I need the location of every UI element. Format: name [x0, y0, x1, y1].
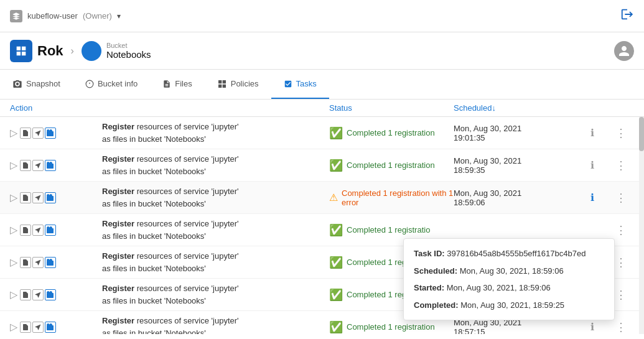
play-button[interactable]: ▷	[10, 256, 17, 268]
tooltip-scheduled-value: Mon, Aug 30, 2021, 18:59:06	[460, 266, 564, 276]
row-action-cell: ▷	[10, 256, 97, 268]
status-warn-icon: ⚠	[329, 192, 338, 203]
tabs-bar: Snapshot Bucket info Files Policies Task…	[0, 70, 644, 100]
flow-icon	[32, 192, 44, 203]
bucket-info-text: Bucket Notebooks	[106, 42, 151, 60]
table-row: ▷ Register resources of service 'jupyter…	[0, 149, 644, 182]
tooltip-scheduled-row: Scheduled: Mon, Aug 30, 2021, 18:59:06	[414, 265, 604, 277]
header-avatar	[614, 41, 634, 61]
top-bar: kubeflow-user (Owner) ▾	[0, 0, 644, 32]
table-body: ▷ Register resources of service 'jupyter…	[0, 117, 644, 334]
box-icon	[45, 128, 56, 139]
breadcrumb-separator: ›	[71, 45, 74, 57]
doc-icon	[20, 160, 31, 171]
play-button[interactable]: ▷	[10, 192, 17, 203]
box-icon	[45, 160, 56, 171]
flow-icon	[32, 128, 44, 139]
rok-icon	[10, 40, 32, 62]
tooltip-completed-row: Completed: Mon, Aug 30, 2021, 18:59:25	[414, 299, 604, 312]
flow-icon	[32, 322, 44, 333]
icon-group	[20, 225, 56, 236]
scrollbar-track[interactable]	[639, 117, 644, 334]
tooltip-started-row: Started: Mon, Aug 30, 2021, 18:59:06	[414, 282, 604, 294]
tooltip-scheduled-label: Scheduled:	[414, 266, 457, 276]
tooltip-completed-value: Mon, Aug 30, 2021, 18:59:25	[460, 300, 564, 310]
cube-icon	[10, 10, 22, 22]
scrollbar-thumb[interactable]	[639, 117, 644, 151]
row-action-cell: ▷	[10, 321, 97, 333]
tab-bucket-info[interactable]: Bucket info	[73, 70, 150, 99]
tab-tasks-label: Tasks	[296, 79, 317, 88]
tab-snapshot[interactable]: Snapshot	[0, 70, 73, 99]
user-role: (Owner)	[83, 11, 112, 21]
status-check-icon: ✅	[329, 288, 343, 302]
more-button[interactable]: ⋮	[615, 288, 634, 302]
bucket-name-label: Notebooks	[106, 49, 151, 60]
info-button[interactable]: ℹ	[590, 321, 615, 333]
col-header-action: Action	[10, 103, 97, 113]
box-icon	[45, 322, 56, 333]
play-button[interactable]: ▷	[10, 159, 17, 171]
row-status: ⚠ Completed 1 registration with 1 error	[329, 188, 454, 207]
info-button[interactable]: ℹ	[590, 192, 615, 203]
row-action-cell: ▷	[10, 159, 97, 171]
flow-icon	[32, 289, 44, 300]
more-button[interactable]: ⋮	[615, 191, 634, 205]
icon-group	[20, 192, 56, 203]
row-status: ✅ Completed 1 registration	[329, 126, 454, 140]
row-scheduled: Mon, Aug 30, 202118:59:06	[454, 188, 590, 207]
status-text: Completed 1 registratio	[347, 225, 430, 235]
col-header-scheduled[interactable]: Scheduled↓	[454, 103, 590, 113]
tooltip-completed-label: Completed:	[414, 300, 459, 310]
row-status: ✅ Completed 1 registratio	[329, 223, 454, 237]
icon-group	[20, 160, 56, 171]
tab-policies-label: Policies	[231, 79, 259, 88]
col-header-status: Status	[329, 103, 454, 113]
user-label: kubeflow-user	[27, 11, 78, 21]
play-button[interactable]: ▷	[10, 321, 17, 333]
doc-icon	[20, 289, 31, 300]
status-check-icon: ✅	[329, 159, 343, 172]
box-icon	[45, 225, 56, 236]
more-button[interactable]: ⋮	[615, 256, 634, 269]
info-button[interactable]: ℹ	[590, 159, 615, 171]
row-desc: Register resources of service 'jupyter'a…	[97, 185, 329, 210]
icon-group	[20, 128, 56, 139]
row-desc: Register resources of service 'jupyter'a…	[97, 218, 329, 242]
user-dropdown-arrow[interactable]: ▾	[117, 12, 121, 21]
status-check-icon: ✅	[329, 223, 343, 237]
box-icon	[45, 192, 56, 203]
tooltip-task-id-row: Task ID: 397816b45a8b4555b5eff1617bc4b7e…	[414, 248, 604, 260]
box-icon	[45, 289, 56, 300]
tab-tasks[interactable]: Tasks	[271, 70, 329, 99]
app-name: Rok	[37, 43, 63, 59]
more-button[interactable]: ⋮	[615, 126, 634, 140]
col-header-info	[590, 103, 615, 113]
more-button[interactable]: ⋮	[615, 159, 634, 172]
user-avatar	[614, 41, 634, 61]
doc-icon	[20, 257, 31, 268]
row-action-cell: ▷	[10, 224, 97, 236]
doc-icon	[20, 192, 31, 203]
status-text: Completed 1 registration	[347, 128, 435, 137]
table-row: ▷ Register resources of service 'jupyter…	[0, 117, 644, 149]
tab-files[interactable]: Files	[150, 70, 204, 99]
breadcrumb: Rok › Bucket Notebooks	[10, 40, 151, 62]
table-header: Action Status Scheduled↓	[0, 100, 644, 117]
more-button[interactable]: ⋮	[615, 223, 634, 237]
tooltip-task-id-value: 397816b45a8b4555b5eff1617bc4b7ed	[447, 249, 586, 258]
box-icon	[45, 257, 56, 268]
play-button[interactable]: ▷	[10, 127, 17, 139]
status-text: Completed 1 registration	[347, 322, 435, 332]
info-button[interactable]: ℹ	[590, 127, 615, 139]
breadcrumb-bar: Rok › Bucket Notebooks	[0, 32, 644, 70]
tab-bucket-info-label: Bucket info	[98, 79, 138, 88]
play-button[interactable]: ▷	[10, 289, 17, 300]
more-button[interactable]: ⋮	[615, 320, 634, 334]
tab-policies[interactable]: Policies	[205, 70, 271, 99]
logout-button[interactable]	[620, 7, 634, 24]
status-check-icon: ✅	[329, 126, 343, 140]
play-button[interactable]: ▷	[10, 224, 17, 236]
tooltip-started-label: Started:	[414, 283, 444, 292]
row-action-cell: ▷	[10, 127, 97, 139]
